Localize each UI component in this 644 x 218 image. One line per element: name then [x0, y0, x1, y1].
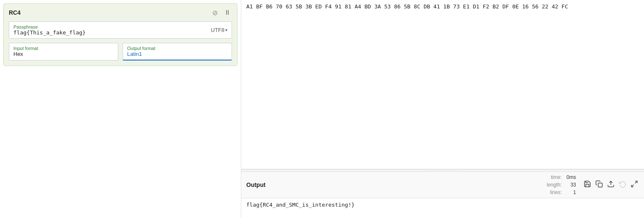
disable-button[interactable]: ⊘ [210, 8, 219, 17]
undo-button[interactable] [618, 179, 627, 190]
length-val: 33 [563, 181, 576, 189]
copy-icon [595, 180, 603, 189]
passphrase-label: Passphrase [13, 24, 86, 29]
save-icon [584, 180, 591, 189]
rc4-title: RC4 [9, 9, 21, 16]
output-section: Output time: 0ms length: 33 lines: 1 [241, 172, 644, 218]
pause-icon: ⏸ [224, 9, 231, 16]
save-output-button[interactable] [583, 179, 592, 190]
time-key: time: [551, 173, 562, 181]
undo-icon [619, 180, 626, 189]
rc4-header: RC4 ⊘ ⏸ [9, 8, 232, 17]
disable-icon: ⊘ [212, 9, 218, 17]
output-format-label: Output format [127, 46, 227, 51]
time-row: time: 0ms [551, 173, 576, 181]
input-format-value: Hex [13, 51, 114, 57]
encoding-label: UTF8 [211, 27, 225, 33]
lines-val: 1 [563, 189, 576, 196]
input-format-box[interactable]: Input format Hex [9, 43, 118, 60]
left-empty-area [0, 69, 241, 218]
input-format-label: Input format [13, 46, 114, 51]
svg-line-2 [635, 181, 637, 183]
encoding-arrow: ▾ [225, 28, 227, 32]
passphrase-value[interactable]: flag{This_a_fake_flag} [13, 29, 86, 36]
lines-row: lines: 1 [550, 189, 576, 196]
output-content: flag{RC4_and_SMC_is_interesting!} [241, 198, 644, 218]
rc4-actions: ⊘ ⏸ [210, 8, 232, 17]
svg-rect-0 [598, 183, 602, 187]
output-format-value: Latin1 [127, 51, 227, 57]
copy-output-button[interactable] [594, 179, 604, 190]
time-val: 0ms [563, 173, 576, 181]
expand-icon [631, 180, 638, 189]
length-key: length: [547, 181, 562, 189]
svg-line-3 [631, 185, 634, 187]
output-text: flag{RC4_and_SMC_is_interesting!} [246, 202, 355, 208]
pause-button[interactable]: ⏸ [223, 8, 232, 17]
right-panel: A1 BF B6 70 63 5B 3B ED F4 91 81 A4 BD 3… [241, 0, 644, 218]
passphrase-section: Passphrase flag{This_a_fake_flag} UTF8 ▾ [9, 21, 232, 39]
hex-output-area: A1 BF B6 70 63 5B 3B ED F4 91 81 A4 BD 3… [241, 0, 644, 169]
length-row: length: 33 [547, 181, 576, 189]
output-format-box[interactable]: Output format Latin1 [123, 43, 232, 60]
passphrase-inner: Passphrase flag{This_a_fake_flag} [13, 24, 86, 36]
header-right: time: 0ms length: 33 lines: 1 [547, 173, 639, 196]
output-actions [583, 179, 639, 190]
expand-button[interactable] [630, 179, 639, 190]
left-panel: RC4 ⊘ ⏸ Passphrase flag{This_a_fake_flag… [0, 0, 241, 218]
hex-data: A1 BF B6 70 63 5B 3B ED F4 91 81 A4 BD 3… [246, 3, 568, 10]
upload-output-button[interactable] [606, 179, 615, 190]
output-meta: time: 0ms length: 33 lines: 1 [547, 173, 576, 196]
output-header: Output time: 0ms length: 33 lines: 1 [241, 172, 644, 198]
format-row: Input format Hex Output format Latin1 [9, 43, 232, 60]
lines-key: lines: [550, 189, 562, 196]
output-label: Output [246, 181, 266, 188]
encoding-dropdown[interactable]: UTF8 ▾ [211, 27, 228, 33]
rc4-card: RC4 ⊘ ⏸ Passphrase flag{This_a_fake_flag… [3, 3, 237, 66]
upload-icon [607, 180, 615, 189]
